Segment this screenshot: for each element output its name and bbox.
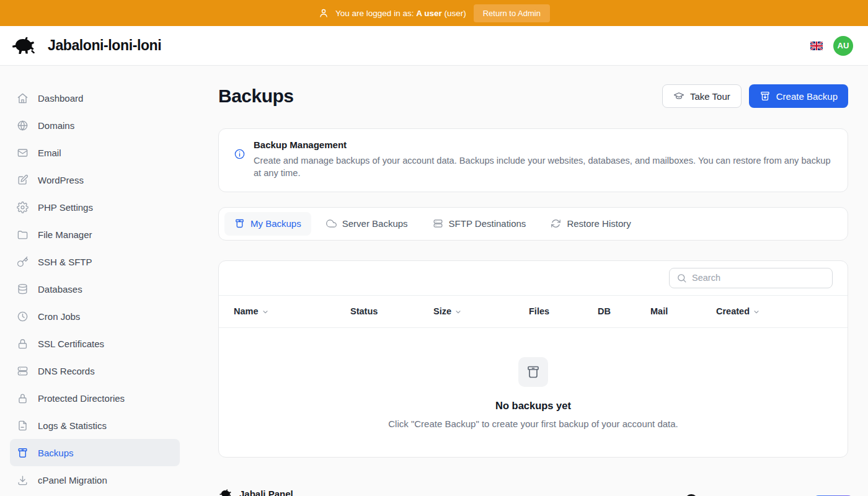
uk-flag-icon[interactable] bbox=[810, 42, 823, 50]
archive-icon bbox=[234, 218, 245, 229]
table-toolbar bbox=[219, 261, 848, 295]
column-label: Mail bbox=[650, 306, 668, 316]
database-icon bbox=[16, 283, 29, 295]
column-header-db[interactable]: DB bbox=[598, 306, 650, 316]
impersonation-bar: You are logged in as: A user (user) Retu… bbox=[0, 0, 868, 26]
sidebar-item-protected-directories[interactable]: Protected Directories bbox=[10, 384, 180, 412]
sidebar-item-label: DNS Records bbox=[38, 366, 95, 376]
sidebar-item-ssh-sftp[interactable]: SSH & SFTP bbox=[10, 248, 180, 275]
info-banner-title: Backup Management bbox=[254, 140, 833, 150]
sidebar-item-dashboard[interactable]: Dashboard bbox=[10, 84, 180, 112]
backup-tabs: My Backups Server Backups SFTP Destinati… bbox=[218, 207, 848, 241]
boar-logo-icon bbox=[10, 35, 39, 56]
chevron-down-icon bbox=[753, 308, 760, 316]
sidebar-item-label: Email bbox=[38, 148, 61, 158]
cloud-icon bbox=[326, 218, 337, 229]
info-icon bbox=[234, 148, 246, 180]
info-banner-description: Create and manage backups of your accoun… bbox=[254, 154, 833, 180]
sidebar-item-label: WordPress bbox=[38, 175, 84, 185]
sidebar-item-file-manager[interactable]: File Manager bbox=[10, 221, 180, 248]
create-backup-label: Create Backup bbox=[776, 91, 838, 102]
avatar[interactable]: AU bbox=[833, 36, 853, 56]
column-header-files[interactable]: Files bbox=[529, 306, 598, 316]
table-header-row: Name Status Size Files DB Mail bbox=[219, 295, 848, 328]
sidebar-item-label: PHP Settings bbox=[38, 202, 93, 213]
sidebar-item-databases[interactable]: Databases bbox=[10, 275, 180, 303]
server-icon bbox=[433, 218, 443, 229]
graduation-cap-icon bbox=[673, 91, 684, 102]
search-box[interactable] bbox=[669, 268, 833, 288]
info-banner-text: Backup Management Create and manage back… bbox=[254, 140, 833, 180]
sidebar-item-label: cPanel Migration bbox=[38, 475, 107, 485]
download-icon bbox=[16, 474, 29, 486]
column-header-mail[interactable]: Mail bbox=[650, 306, 716, 316]
app-header: Jabaloni-loni-loni AU bbox=[0, 26, 868, 66]
column-label: DB bbox=[598, 306, 611, 316]
sidebar-item-label: Dashboard bbox=[38, 93, 83, 104]
impersonation-text: You are logged in as: A user (user) bbox=[335, 9, 466, 18]
footer-brand-name: Jabali Panel bbox=[239, 489, 293, 496]
return-to-admin-button[interactable]: Return to Admin bbox=[474, 4, 550, 22]
column-header-size[interactable]: Size bbox=[433, 306, 529, 316]
take-tour-label: Take Tour bbox=[690, 91, 730, 102]
sidebar-item-email[interactable]: Email bbox=[10, 139, 180, 166]
sidebar-item-label: Protected Directories bbox=[38, 393, 125, 404]
sidebar-item-dns-records[interactable]: DNS Records bbox=[10, 357, 180, 384]
sidebar-item-label: Domains bbox=[38, 120, 74, 131]
column-header-status[interactable]: Status bbox=[350, 306, 433, 316]
lock-icon bbox=[16, 392, 29, 404]
key-icon bbox=[16, 256, 29, 268]
sidebar-item-label: Logs & Statistics bbox=[38, 420, 107, 431]
column-header-created[interactable]: Created bbox=[716, 306, 833, 316]
column-label: Status bbox=[350, 306, 378, 316]
sidebar-item-label: Backups bbox=[38, 448, 74, 458]
column-label: Created bbox=[716, 306, 750, 316]
server-icon bbox=[16, 365, 29, 377]
chevron-down-icon bbox=[262, 308, 269, 316]
sidebar-item-cpanel-migration[interactable]: cPanel Migration bbox=[10, 466, 180, 494]
envelope-icon bbox=[16, 147, 29, 159]
pencil-icon bbox=[16, 174, 29, 186]
page-actions: Take Tour Create Backup bbox=[662, 84, 848, 108]
tab-label: Restore History bbox=[567, 218, 631, 229]
sidebar-item-backups[interactable]: Backups bbox=[10, 439, 180, 466]
impersonation-prefix: You are logged in as: bbox=[335, 9, 414, 18]
tab-label: Server Backups bbox=[342, 218, 408, 229]
page-head: Backups Take Tour Create Backup bbox=[218, 84, 848, 108]
file-text-icon bbox=[16, 420, 29, 432]
column-header-name[interactable]: Name bbox=[234, 306, 350, 316]
column-label: Files bbox=[529, 306, 549, 316]
globe-icon bbox=[16, 120, 29, 131]
sidebar-item-label: Cron Jobs bbox=[38, 311, 80, 322]
archive-icon bbox=[518, 357, 548, 387]
gear-icon bbox=[16, 202, 29, 213]
tab-restore-history[interactable]: Restore History bbox=[541, 212, 640, 236]
sidebar: Dashboard Domains Email WordPress PHP Se… bbox=[0, 66, 198, 496]
empty-state: No backups yet Click "Create Backup" to … bbox=[219, 328, 848, 429]
column-label: Size bbox=[433, 306, 451, 316]
sidebar-item-label: SSH & SFTP bbox=[38, 257, 92, 267]
search-icon bbox=[676, 273, 687, 283]
sidebar-item-logs-statistics[interactable]: Logs & Statistics bbox=[10, 412, 180, 439]
tab-sftp-destinations[interactable]: SFTP Destinations bbox=[423, 212, 536, 236]
sidebar-item-domains[interactable]: Domains bbox=[10, 112, 180, 139]
header-actions: AU bbox=[810, 36, 858, 56]
sidebar-item-cron-jobs[interactable]: Cron Jobs bbox=[10, 303, 180, 330]
sidebar-item-ssl-certificates[interactable]: SSL Certificates bbox=[10, 330, 180, 357]
brand-title: Jabaloni-loni-loni bbox=[48, 37, 161, 54]
info-banner: Backup Management Create and manage back… bbox=[218, 128, 848, 192]
create-backup-button[interactable]: Create Backup bbox=[749, 84, 848, 108]
sidebar-item-php-settings[interactable]: PHP Settings bbox=[10, 193, 180, 221]
sidebar-item-wordpress[interactable]: WordPress bbox=[10, 166, 180, 193]
empty-state-description: Click "Create Backup" to create your fir… bbox=[219, 418, 848, 429]
tab-my-backups[interactable]: My Backups bbox=[224, 212, 311, 236]
app-body: Dashboard Domains Email WordPress PHP Se… bbox=[0, 66, 868, 496]
tab-server-backups[interactable]: Server Backups bbox=[316, 212, 418, 236]
search-input[interactable] bbox=[692, 273, 825, 283]
tab-label: My Backups bbox=[250, 218, 301, 229]
clock-icon bbox=[16, 311, 29, 322]
person-icon bbox=[318, 7, 329, 19]
impersonation-user: A user bbox=[416, 9, 442, 18]
take-tour-button[interactable]: Take Tour bbox=[662, 84, 742, 108]
refresh-icon bbox=[551, 218, 561, 229]
